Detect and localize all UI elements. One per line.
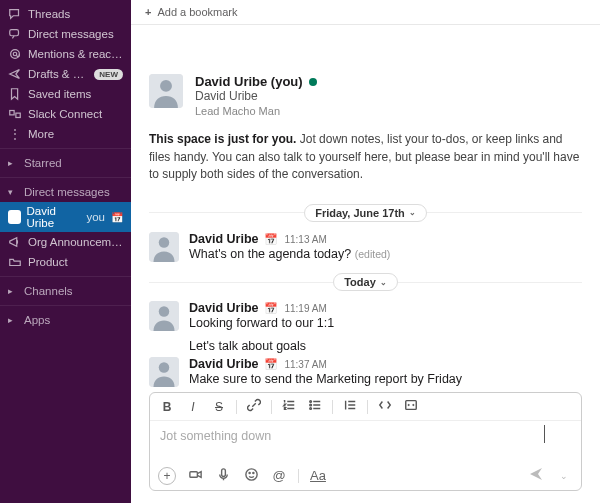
- nav-label: More: [28, 128, 123, 140]
- send-button[interactable]: [527, 466, 545, 485]
- self-dm-suffix: you: [86, 211, 105, 223]
- message-text: Make sure to send the Marketing report b…: [189, 371, 582, 389]
- calendar-icon: 📅: [264, 302, 278, 315]
- calendar-icon: 📅: [264, 358, 278, 371]
- message-input[interactable]: Jot something down: [150, 421, 581, 461]
- nav-label: Direct messages: [28, 28, 123, 40]
- svg-point-2: [13, 52, 17, 56]
- self-dm-row[interactable]: David Uribe you 📅: [0, 202, 131, 232]
- message-time: 11:19 AM: [284, 303, 326, 314]
- message-scroll[interactable]: David Uribe (you) David Uribe Lead Macho…: [131, 25, 600, 392]
- nav-connect[interactable]: Slack Connect: [0, 104, 131, 124]
- nav-label: Slack Connect: [28, 108, 123, 120]
- main-panel: + Add a bookmark David Uribe (you) David…: [131, 0, 600, 503]
- section-channels[interactable]: ▸ Channels: [0, 281, 131, 301]
- nav-saved[interactable]: Saved items: [0, 84, 131, 104]
- link-button[interactable]: [245, 398, 263, 415]
- calendar-icon: 📅: [111, 212, 123, 223]
- audio-button[interactable]: [214, 467, 232, 485]
- svg-rect-18: [221, 468, 225, 476]
- date-pill[interactable]: Today ⌄: [333, 273, 398, 291]
- caret-right-icon: ▸: [8, 315, 18, 325]
- add-bookmark-button[interactable]: + Add a bookmark: [131, 0, 600, 25]
- message-text: Looking forward to our 1:1: [189, 315, 582, 333]
- caret-right-icon: ▸: [8, 286, 18, 296]
- calendar-icon: 📅: [264, 233, 278, 246]
- format-toggle-button[interactable]: Aa: [309, 468, 327, 483]
- message-text: What's on the agenda today?: [189, 247, 351, 261]
- format-toolbar: B I S: [150, 393, 581, 421]
- bullet-list-button[interactable]: [306, 398, 324, 415]
- composer-actions: + @ Aa ⌄: [150, 461, 581, 490]
- avatar: [149, 74, 183, 108]
- svg-point-13: [310, 401, 312, 403]
- bookmark-icon: [8, 87, 22, 101]
- more-icon: ⋮: [8, 127, 22, 141]
- nav-label: Drafts & sent: [28, 68, 88, 80]
- nav-label: Org Announcements: [28, 236, 123, 248]
- italic-button[interactable]: I: [184, 400, 202, 414]
- message-text-continuation: Let's talk about goals: [149, 339, 582, 353]
- section-dms-header[interactable]: ▾ Direct messages: [0, 182, 131, 202]
- dm-icon: [8, 27, 22, 41]
- nav-drafts[interactable]: Drafts & sent NEW: [0, 64, 131, 84]
- edited-label: (edited): [355, 248, 391, 260]
- attach-button[interactable]: +: [158, 467, 176, 485]
- mention-button[interactable]: @: [270, 468, 288, 483]
- message-author: David Uribe: [189, 301, 258, 315]
- svg-point-15: [310, 408, 312, 410]
- message-composer: B I S: [149, 392, 582, 491]
- message-author: David Uribe: [189, 357, 258, 371]
- avatar: [149, 357, 179, 387]
- code-button[interactable]: [376, 398, 394, 415]
- profile-subname: David Uribe: [195, 89, 317, 103]
- blockquote-button[interactable]: [341, 398, 359, 415]
- section-label: Channels: [24, 285, 73, 297]
- nav-threads[interactable]: Threads: [0, 4, 131, 24]
- channel-profile: David Uribe (you) David Uribe Lead Macho…: [149, 74, 582, 117]
- message[interactable]: David Uribe 📅 11:13 AM What's on the age…: [149, 228, 582, 268]
- svg-rect-16: [406, 401, 417, 410]
- at-icon: [8, 47, 22, 61]
- self-dm-name: David Uribe: [27, 205, 81, 229]
- svg-rect-17: [189, 471, 197, 477]
- nav-dms[interactable]: Direct messages: [0, 24, 131, 44]
- message[interactable]: David Uribe 📅 11:37 AM Make sure to send…: [149, 353, 582, 393]
- org-announcements-row[interactable]: Org Announcements: [0, 232, 131, 252]
- codeblock-button[interactable]: [402, 398, 420, 415]
- nav-label: Saved items: [28, 88, 123, 100]
- video-button[interactable]: [186, 467, 204, 485]
- svg-rect-3: [10, 111, 14, 115]
- svg-point-8: [159, 237, 170, 248]
- section-label: Direct messages: [24, 186, 110, 198]
- nav-more[interactable]: ⋮ More: [0, 124, 131, 144]
- message[interactable]: David Uribe 📅 11:19 AM Looking forward t…: [149, 297, 582, 337]
- folder-icon: [8, 255, 22, 269]
- date-pill[interactable]: Friday, June 17th ⌄: [304, 204, 427, 222]
- section-apps[interactable]: ▸ Apps: [0, 310, 131, 330]
- chevron-down-icon: ⌄: [409, 208, 416, 217]
- ordered-list-button[interactable]: [280, 398, 298, 415]
- send-options-button[interactable]: ⌄: [555, 471, 573, 481]
- message-time: 11:37 AM: [284, 359, 326, 370]
- svg-point-12: [159, 362, 170, 373]
- strike-button[interactable]: S: [210, 400, 228, 414]
- section-starred[interactable]: ▸ Starred: [0, 153, 131, 173]
- connect-icon: [8, 107, 22, 121]
- avatar: [149, 232, 179, 262]
- emoji-button[interactable]: [242, 467, 260, 485]
- profile-title: Lead Macho Man: [195, 105, 317, 117]
- nav-mentions[interactable]: Mentions & reactions: [0, 44, 131, 64]
- sidebar: Threads Direct messages Mentions & react…: [0, 0, 131, 503]
- send-icon: [8, 67, 22, 81]
- new-badge: NEW: [94, 69, 123, 80]
- product-row[interactable]: Product: [0, 252, 131, 272]
- placeholder-text: Jot something down: [160, 429, 271, 443]
- avatar: [149, 301, 179, 331]
- text-cursor-icon: [544, 425, 545, 443]
- svg-point-14: [310, 404, 312, 406]
- bold-button[interactable]: B: [158, 400, 176, 414]
- svg-point-20: [249, 472, 250, 473]
- chevron-down-icon: ⌄: [380, 278, 387, 287]
- svg-rect-4: [16, 113, 20, 117]
